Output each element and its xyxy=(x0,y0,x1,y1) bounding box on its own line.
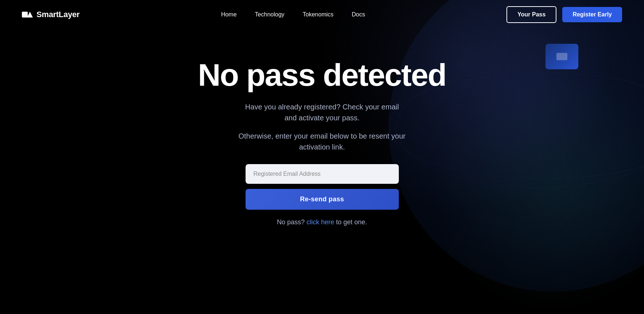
resend-pass-button[interactable]: Re-send pass xyxy=(246,189,399,210)
logo-triangle xyxy=(27,12,33,18)
nav-link-docs[interactable]: Docs xyxy=(352,11,365,18)
subtitle-text-2: Otherwise, enter your email below to be … xyxy=(235,131,410,152)
no-pass-text: No pass? click here to get one. xyxy=(277,218,367,226)
register-early-button[interactable]: Register Early xyxy=(562,7,622,22)
nav-item-technology[interactable]: Technology xyxy=(255,11,285,18)
nav-item-home[interactable]: Home xyxy=(221,11,237,18)
subtitle-text-1: Have you already registered? Check your … xyxy=(238,101,406,123)
nav-link-home[interactable]: Home xyxy=(221,11,237,18)
logo-icon xyxy=(22,12,33,18)
nav-link-technology[interactable]: Technology xyxy=(255,11,285,18)
nav-item-tokenomics[interactable]: Tokenomics xyxy=(303,11,333,18)
no-pass-prefix: No pass? xyxy=(277,218,305,226)
email-input[interactable] xyxy=(246,164,399,184)
logo: SmartLayer xyxy=(22,10,80,19)
navbar: SmartLayer Home Technology Tokenomics Do… xyxy=(0,0,644,29)
main-content: No pass detected Have you already regist… xyxy=(0,29,644,226)
logo-text: SmartLayer xyxy=(36,10,80,19)
page-wrapper: SmartLayer Home Technology Tokenomics Do… xyxy=(0,0,644,314)
nav-item-docs[interactable]: Docs xyxy=(352,11,365,18)
form-section: Re-send pass No pass? click here to get … xyxy=(246,164,399,226)
your-pass-button[interactable]: Your Pass xyxy=(506,6,556,23)
nav-actions: Your Pass Register Early xyxy=(506,6,622,23)
page-title: No pass detected xyxy=(198,58,446,91)
nav-link-tokenomics[interactable]: Tokenomics xyxy=(303,11,333,18)
nav-links: Home Technology Tokenomics Docs xyxy=(221,11,365,18)
subtitle-block-1: Have you already registered? Check your … xyxy=(238,101,406,123)
no-pass-suffix: to get one. xyxy=(336,218,367,226)
click-here-link[interactable]: click here xyxy=(306,218,334,226)
